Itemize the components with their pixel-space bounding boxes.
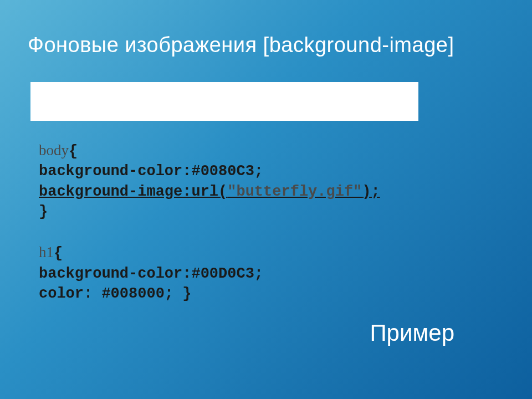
code-line-2: background-color:#0080C3; bbox=[39, 161, 532, 181]
example-label: Пример bbox=[370, 320, 454, 346]
code-example: body{ background-color:#0080C3; backgrou… bbox=[39, 140, 532, 304]
code-line-6: background-color:#00D0C3; bbox=[39, 264, 532, 284]
code-brace-open-2: { bbox=[54, 245, 63, 262]
code-line-4: } bbox=[39, 202, 532, 222]
code-line-1: body{ bbox=[39, 140, 532, 161]
code-line-5: h1{ bbox=[39, 242, 532, 263]
white-banner bbox=[30, 82, 418, 121]
slide-title: Фоновые изображения [background-image] bbox=[0, 0, 532, 57]
code-blank-line bbox=[39, 222, 532, 242]
code-line-3: background-image:url("butterfly.gif"); bbox=[39, 182, 532, 202]
code-line-7: color: #008000; } bbox=[39, 284, 532, 304]
code-bg-image-value: "butterfly.gif" bbox=[227, 183, 362, 200]
code-selector-h1: h1 bbox=[39, 244, 54, 260]
code-bg-image-prop: background-image:url( bbox=[39, 183, 227, 200]
code-bg-image-end: ); bbox=[362, 183, 380, 200]
code-brace-open-1: { bbox=[69, 143, 78, 160]
code-selector-body: body bbox=[39, 142, 69, 158]
